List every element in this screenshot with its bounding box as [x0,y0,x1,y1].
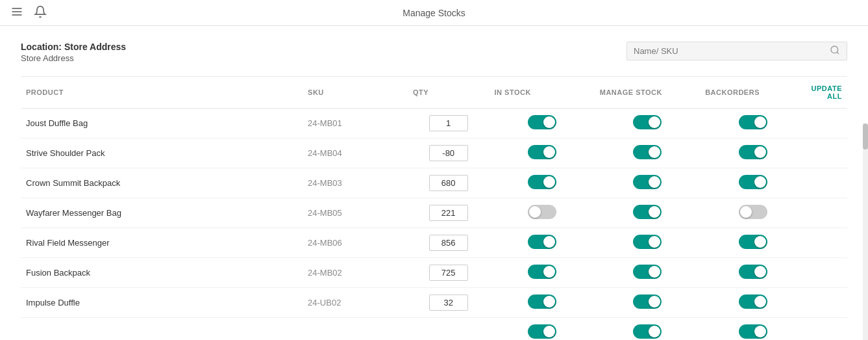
toggle-knob [740,206,752,218]
cell-managestock[interactable] [595,228,700,258]
cell-managestock[interactable] [595,198,700,228]
instock-toggle[interactable] [528,205,556,219]
qty-input[interactable] [429,115,468,131]
backorders-toggle[interactable] [739,145,767,159]
cell-qty[interactable] [408,288,490,318]
cell-instock[interactable] [490,318,595,341]
cell-instock[interactable] [490,168,595,198]
location-header: Location: Store Address Store Address [21,42,847,63]
qty-input[interactable] [429,235,468,251]
cell-managestock[interactable] [595,109,700,138]
svg-line-4 [837,52,839,54]
instock-toggle[interactable] [528,265,556,279]
scrollbar-thumb[interactable] [863,124,868,150]
cell-instock[interactable] [490,288,595,318]
table-row: Wayfarer Messenger Bag24-MB05 [21,198,847,228]
col-header-sku: SKU [303,77,408,109]
search-input[interactable] [634,46,830,56]
toggle-knob [649,116,660,128]
managestock-toggle[interactable] [633,324,662,339]
toggle-knob [649,296,660,307]
table-header-row: PRODUCT SKU QTY IN STOCK MANAGE STOCK BA… [21,77,847,109]
search-box[interactable] [626,42,847,60]
managestock-toggle[interactable] [633,235,662,249]
location-subtitle: Store Address [21,53,126,63]
cell-qty[interactable] [408,198,490,228]
instock-toggle[interactable] [528,115,556,129]
cell-managestock[interactable] [595,168,700,198]
cell-managestock[interactable] [595,138,700,168]
cell-backorders[interactable] [700,258,806,288]
toggle-knob [754,116,766,128]
scrollbar-track [863,124,868,340]
cell-qty[interactable] [408,258,490,288]
instock-toggle[interactable] [528,324,556,339]
location-title: Location: Store Address [21,42,126,52]
cell-product: Impulse Duffle [21,288,303,318]
cell-instock[interactable] [490,109,595,138]
cell-instock[interactable] [490,138,595,168]
backorders-toggle[interactable] [739,115,767,129]
backorders-toggle[interactable] [739,294,767,309]
managestock-toggle[interactable] [633,115,662,129]
qty-input[interactable] [429,205,468,221]
cell-updateall [806,318,847,341]
backorders-toggle[interactable] [739,265,767,279]
cell-backorders[interactable] [700,288,806,318]
cell-backorders[interactable] [700,198,806,228]
toggle-knob [754,176,766,188]
bell-icon[interactable] [34,5,47,20]
managestock-toggle[interactable] [633,175,662,189]
col-header-backorders: BACKORDERS [700,77,806,109]
topbar-left [10,5,47,20]
cell-instock[interactable] [490,198,595,228]
cell-sku [303,318,408,341]
managestock-toggle[interactable] [633,265,662,279]
backorders-toggle[interactable] [739,175,767,189]
update-all-button[interactable]: UPDATE ALL [806,77,847,109]
instock-toggle[interactable] [528,294,556,309]
cell-backorders[interactable] [700,318,806,341]
managestock-toggle[interactable] [633,205,662,219]
cell-instock[interactable] [490,258,595,288]
table-row: Joust Duffle Bag24-MB01 [21,109,847,138]
cell-managestock[interactable] [595,288,700,318]
cell-qty[interactable] [408,168,490,198]
col-header-managestock: MANAGE STOCK [595,77,700,109]
toggle-knob [754,266,766,278]
cell-updateall [806,288,847,318]
search-icon [830,45,840,57]
qty-input[interactable] [429,265,468,281]
hamburger-icon[interactable] [10,5,23,20]
cell-instock[interactable] [490,228,595,258]
instock-toggle[interactable] [528,175,556,189]
qty-input[interactable] [429,175,468,191]
topbar: Manage Stocks [0,0,868,26]
instock-toggle[interactable] [528,235,556,249]
cell-updateall [806,258,847,288]
cell-product [21,318,303,341]
qty-input[interactable] [429,294,468,311]
instock-toggle[interactable] [528,145,556,159]
cell-backorders[interactable] [700,109,806,138]
cell-managestock[interactable] [595,318,700,341]
cell-updateall [806,109,847,138]
cell-managestock[interactable] [595,258,700,288]
cell-product: Crown Summit Backpack [21,168,303,198]
cell-backorders[interactable] [700,138,806,168]
managestock-toggle[interactable] [633,294,662,309]
cell-qty[interactable] [408,228,490,258]
toggle-knob [543,176,555,188]
cell-qty[interactable] [408,109,490,138]
backorders-toggle[interactable] [739,235,767,249]
managestock-toggle[interactable] [633,145,662,159]
cell-qty[interactable] [408,318,490,341]
toggle-knob [649,266,660,278]
cell-backorders[interactable] [700,168,806,198]
backorders-toggle[interactable] [739,205,767,219]
cell-qty[interactable] [408,138,490,168]
backorders-toggle[interactable] [739,324,767,339]
cell-backorders[interactable] [700,228,806,258]
qty-input[interactable] [429,145,468,161]
cell-product: Fusion Backpack [21,258,303,288]
